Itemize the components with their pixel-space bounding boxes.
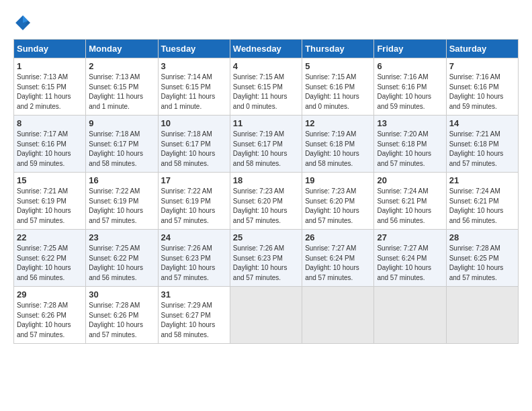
- day-info: Sunrise: 7:28 AM Sunset: 6:25 PM Dayligh…: [449, 244, 515, 283]
- calendar-cell: [446, 287, 518, 344]
- day-info: Sunrise: 7:25 AM Sunset: 6:22 PM Dayligh…: [17, 244, 83, 283]
- column-header-saturday: Saturday: [446, 40, 518, 58]
- column-header-wednesday: Wednesday: [230, 40, 302, 58]
- day-info: Sunrise: 7:29 AM Sunset: 6:27 PM Dayligh…: [161, 301, 227, 340]
- day-number: 30: [89, 289, 154, 300]
- day-number: 28: [449, 232, 515, 242]
- day-number: 3: [161, 61, 227, 71]
- calendar-week-row: 22Sunrise: 7:25 AM Sunset: 6:22 PM Dayli…: [14, 230, 519, 287]
- day-info: Sunrise: 7:24 AM Sunset: 6:21 PM Dayligh…: [377, 187, 443, 226]
- calendar-week-row: 8Sunrise: 7:17 AM Sunset: 6:16 PM Daylig…: [14, 116, 519, 173]
- calendar-table: SundayMondayTuesdayWednesdayThursdayFrid…: [13, 39, 519, 344]
- calendar-week-row: 15Sunrise: 7:21 AM Sunset: 6:19 PM Dayli…: [14, 173, 519, 230]
- calendar-header-row: SundayMondayTuesdayWednesdayThursdayFrid…: [14, 40, 519, 58]
- day-info: Sunrise: 7:17 AM Sunset: 6:16 PM Dayligh…: [17, 130, 83, 169]
- day-number: 15: [17, 175, 83, 185]
- day-info: Sunrise: 7:18 AM Sunset: 6:17 PM Dayligh…: [89, 130, 154, 169]
- day-number: 20: [377, 175, 443, 185]
- calendar-cell: 1Sunrise: 7:13 AM Sunset: 6:15 PM Daylig…: [14, 58, 86, 116]
- day-number: 25: [233, 232, 299, 242]
- day-info: Sunrise: 7:15 AM Sunset: 6:15 PM Dayligh…: [233, 73, 299, 111]
- calendar-cell: 2Sunrise: 7:13 AM Sunset: 6:15 PM Daylig…: [86, 58, 158, 116]
- column-header-friday: Friday: [374, 40, 446, 58]
- calendar-cell: 16Sunrise: 7:22 AM Sunset: 6:19 PM Dayli…: [86, 173, 158, 230]
- calendar-week-row: 29Sunrise: 7:28 AM Sunset: 6:26 PM Dayli…: [14, 287, 519, 344]
- day-info: Sunrise: 7:28 AM Sunset: 6:26 PM Dayligh…: [89, 301, 154, 340]
- day-info: Sunrise: 7:27 AM Sunset: 6:24 PM Dayligh…: [305, 244, 371, 283]
- day-number: 14: [449, 118, 515, 128]
- calendar-cell: 30Sunrise: 7:28 AM Sunset: 6:26 PM Dayli…: [86, 287, 158, 344]
- day-info: Sunrise: 7:22 AM Sunset: 6:19 PM Dayligh…: [89, 187, 154, 226]
- calendar-cell: 29Sunrise: 7:28 AM Sunset: 6:26 PM Dayli…: [14, 287, 86, 344]
- calendar-cell: 25Sunrise: 7:26 AM Sunset: 6:23 PM Dayli…: [230, 230, 302, 287]
- day-info: Sunrise: 7:19 AM Sunset: 6:17 PM Dayligh…: [233, 130, 299, 169]
- day-number: 24: [161, 232, 227, 242]
- calendar-cell: 27Sunrise: 7:27 AM Sunset: 6:24 PM Dayli…: [374, 230, 446, 287]
- calendar-cell: 7Sunrise: 7:16 AM Sunset: 6:16 PM Daylig…: [446, 58, 518, 116]
- calendar-cell: 23Sunrise: 7:25 AM Sunset: 6:22 PM Dayli…: [86, 230, 158, 287]
- calendar-cell: 21Sunrise: 7:24 AM Sunset: 6:21 PM Dayli…: [446, 173, 518, 230]
- calendar-cell: 5Sunrise: 7:15 AM Sunset: 6:16 PM Daylig…: [302, 58, 374, 116]
- calendar-cell: 6Sunrise: 7:16 AM Sunset: 6:16 PM Daylig…: [374, 58, 446, 116]
- day-info: Sunrise: 7:26 AM Sunset: 6:23 PM Dayligh…: [233, 244, 299, 283]
- day-number: 13: [377, 118, 443, 128]
- day-number: 7: [449, 61, 515, 71]
- calendar-cell: 28Sunrise: 7:28 AM Sunset: 6:25 PM Dayli…: [446, 230, 518, 287]
- calendar-cell: [302, 287, 374, 344]
- calendar-cell: 12Sunrise: 7:19 AM Sunset: 6:18 PM Dayli…: [302, 116, 374, 173]
- calendar-week-row: 1Sunrise: 7:13 AM Sunset: 6:15 PM Daylig…: [14, 58, 519, 116]
- calendar-cell: [374, 287, 446, 344]
- day-info: Sunrise: 7:26 AM Sunset: 6:23 PM Dayligh…: [161, 244, 227, 283]
- day-info: Sunrise: 7:24 AM Sunset: 6:21 PM Dayligh…: [449, 187, 515, 226]
- day-number: 2: [89, 61, 154, 71]
- day-info: Sunrise: 7:28 AM Sunset: 6:26 PM Dayligh…: [17, 301, 83, 340]
- calendar-cell: 26Sunrise: 7:27 AM Sunset: 6:24 PM Dayli…: [302, 230, 374, 287]
- day-number: 8: [17, 118, 83, 128]
- day-number: 1: [17, 61, 83, 71]
- calendar-cell: 22Sunrise: 7:25 AM Sunset: 6:22 PM Dayli…: [14, 230, 86, 287]
- logo: [13, 13, 35, 32]
- day-number: 18: [233, 175, 299, 185]
- day-info: Sunrise: 7:16 AM Sunset: 6:16 PM Dayligh…: [449, 73, 515, 111]
- day-number: 17: [161, 175, 227, 185]
- day-number: 26: [305, 232, 371, 242]
- day-number: 31: [161, 289, 227, 300]
- day-number: 22: [17, 232, 83, 242]
- day-info: Sunrise: 7:14 AM Sunset: 6:15 PM Dayligh…: [161, 73, 227, 111]
- calendar-cell: 14Sunrise: 7:21 AM Sunset: 6:18 PM Dayli…: [446, 116, 518, 173]
- calendar-cell: 8Sunrise: 7:17 AM Sunset: 6:16 PM Daylig…: [14, 116, 86, 173]
- day-info: Sunrise: 7:22 AM Sunset: 6:19 PM Dayligh…: [161, 187, 227, 226]
- column-header-monday: Monday: [86, 40, 158, 58]
- day-number: 12: [305, 118, 371, 128]
- day-info: Sunrise: 7:16 AM Sunset: 6:16 PM Dayligh…: [377, 73, 443, 111]
- day-info: Sunrise: 7:27 AM Sunset: 6:24 PM Dayligh…: [377, 244, 443, 283]
- day-info: Sunrise: 7:13 AM Sunset: 6:15 PM Dayligh…: [17, 73, 83, 111]
- calendar-cell: 15Sunrise: 7:21 AM Sunset: 6:19 PM Dayli…: [14, 173, 86, 230]
- day-info: Sunrise: 7:18 AM Sunset: 6:17 PM Dayligh…: [161, 130, 227, 169]
- day-info: Sunrise: 7:20 AM Sunset: 6:18 PM Dayligh…: [377, 130, 443, 169]
- day-info: Sunrise: 7:25 AM Sunset: 6:22 PM Dayligh…: [89, 244, 154, 283]
- calendar-cell: 19Sunrise: 7:23 AM Sunset: 6:20 PM Dayli…: [302, 173, 374, 230]
- calendar-cell: 18Sunrise: 7:23 AM Sunset: 6:20 PM Dayli…: [230, 173, 302, 230]
- calendar-cell: 13Sunrise: 7:20 AM Sunset: 6:18 PM Dayli…: [374, 116, 446, 173]
- day-number: 4: [233, 61, 299, 71]
- day-number: 10: [161, 118, 227, 128]
- page-header: [13, 13, 519, 32]
- calendar-cell: 24Sunrise: 7:26 AM Sunset: 6:23 PM Dayli…: [158, 230, 230, 287]
- calendar-cell: [230, 287, 302, 344]
- day-info: Sunrise: 7:15 AM Sunset: 6:16 PM Dayligh…: [305, 73, 371, 111]
- column-header-sunday: Sunday: [14, 40, 86, 58]
- day-number: 16: [89, 175, 154, 185]
- calendar-cell: 9Sunrise: 7:18 AM Sunset: 6:17 PM Daylig…: [86, 116, 158, 173]
- day-number: 27: [377, 232, 443, 242]
- calendar-cell: 10Sunrise: 7:18 AM Sunset: 6:17 PM Dayli…: [158, 116, 230, 173]
- calendar-cell: 31Sunrise: 7:29 AM Sunset: 6:27 PM Dayli…: [158, 287, 230, 344]
- day-number: 29: [17, 289, 83, 300]
- day-info: Sunrise: 7:23 AM Sunset: 6:20 PM Dayligh…: [305, 187, 371, 226]
- day-number: 23: [89, 232, 154, 242]
- day-number: 9: [89, 118, 154, 128]
- day-number: 11: [233, 118, 299, 128]
- day-number: 21: [449, 175, 515, 185]
- day-number: 6: [377, 61, 443, 71]
- day-number: 19: [305, 175, 371, 185]
